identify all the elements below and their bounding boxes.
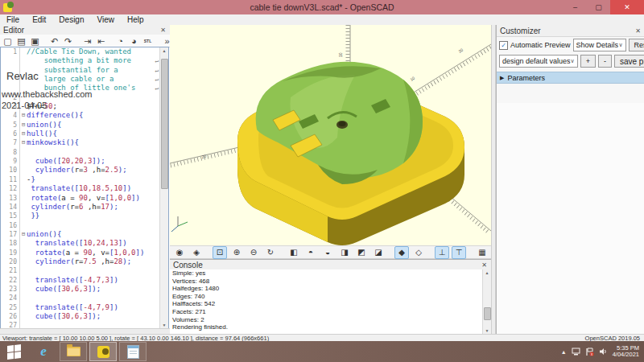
console-close-icon[interactable]: ✕ (481, 261, 491, 269)
view-back-button[interactable]: ◪ (371, 246, 386, 259)
code-line[interactable]: 23 cube([30,6,3]); (1, 285, 168, 294)
taskbar-internet-explorer-button[interactable]: e (30, 342, 57, 361)
automatic-preview-checkbox[interactable]: ✓ (499, 41, 508, 50)
code-line[interactable]: 16 (1, 221, 168, 230)
code-line[interactable]: 24 (1, 294, 168, 302)
maximize-button[interactable]: ▢ (587, 0, 610, 14)
reset-view-button[interactable]: ↻ (263, 246, 278, 259)
menu-view[interactable]: View (91, 14, 122, 25)
view-front-button[interactable]: ◩ (354, 246, 369, 259)
zoom-all-button[interactable]: ⊡ (213, 246, 227, 259)
zoom-in-button[interactable]: ⊕ (229, 246, 244, 259)
details-dropdown[interactable]: Show Details ∨ (573, 39, 626, 51)
scroll-up-icon[interactable]: ▲ (160, 47, 168, 55)
tray-expand-icon[interactable]: ▲ (561, 349, 567, 355)
action-center-flag-icon[interactable]: x (585, 348, 594, 356)
remove-preset-button[interactable]: - (598, 55, 612, 68)
code-line[interactable]: 13 rotate(a = 90, v=[1,0,0]) (1, 194, 168, 203)
parameters-section-header[interactable]: ▶ Parameters (497, 72, 644, 84)
code-text (27, 221, 168, 230)
undo-icon[interactable]: ↶ (48, 35, 60, 47)
code-line[interactable]: 25 translate([-4,7,9]) (1, 303, 168, 312)
menu-edit[interactable]: Edit (26, 14, 52, 25)
render-icon[interactable]: ◕ (128, 35, 140, 47)
show-edges-button[interactable]: ◇ (411, 246, 426, 259)
view-left-button[interactable]: ◨ (337, 246, 352, 259)
code-line[interactable]: 26 cube([30,6,3]); (1, 312, 168, 321)
taskbar-openscad-button[interactable] (89, 342, 117, 361)
code-line[interactable]: 1//Cable Tie Down, wanted (1, 47, 168, 56)
preset-dropdown[interactable]: design default values ∨ (499, 55, 578, 68)
3d-viewport[interactable]: 10 20 20 10 10 (170, 25, 491, 245)
code-line[interactable]: 12 translate([10,18.5,10]) (1, 184, 168, 193)
editor-close-icon[interactable]: ✕ (160, 27, 170, 34)
view-bottom-button[interactable]: ◒ (320, 246, 335, 259)
start-button[interactable] (0, 341, 27, 362)
menu-help[interactable]: Help (121, 14, 151, 25)
save-preset-button[interactable]: save preset (614, 55, 644, 68)
fold-column (20, 221, 27, 230)
zoom-out-button[interactable]: ⊖ (246, 246, 261, 259)
fold-marker-icon[interactable]: ⊟ (20, 138, 27, 147)
orthogonal-view-button[interactable]: ▦ (475, 246, 489, 259)
editor-resize-strip[interactable] (0, 328, 170, 334)
export-stl-icon[interactable]: STL (142, 35, 154, 47)
fold-marker-icon[interactable]: ⊟ (20, 130, 27, 138)
customizer-panel-header[interactable]: Customizer ✕ (497, 25, 644, 37)
view-top-button[interactable]: ◓ (303, 246, 318, 259)
view-preview-button[interactable]: ◉ (172, 246, 187, 259)
view-render-button[interactable]: ◈ (189, 246, 204, 259)
code-line[interactable]: 19 rotate(a = 90, v=[1,0,0]) (1, 249, 168, 257)
console-output[interactable]: Simple: yesVertices: 468Halfedges: 1480E… (170, 269, 491, 335)
minimize-button[interactable]: – (564, 0, 587, 14)
code-line[interactable]: 5⊟union(){ (1, 121, 168, 130)
show-scale-markers-button[interactable]: ⊤ (452, 246, 466, 259)
menu-design[interactable]: Design (52, 14, 90, 25)
editor-scrollbar-thumb[interactable] (161, 59, 168, 189)
add-preset-button[interactable]: + (580, 55, 596, 68)
show-surfaces-button[interactable]: ◆ (394, 246, 409, 259)
code-line[interactable]: something a bit more↵ (1, 56, 168, 65)
speaker-icon[interactable] (599, 348, 608, 356)
code-line[interactable]: 10 cylinder(r=3 ,h=2.5); (1, 166, 168, 175)
taskbar-clock[interactable]: 5:35 PM 4/04/2021 (613, 345, 639, 359)
console-scrollbar-thumb[interactable] (484, 307, 491, 320)
preview-icon[interactable]: ◔ (114, 35, 126, 47)
menu-file[interactable]: File (0, 14, 26, 25)
indent-icon[interactable]: ⇥ (81, 35, 93, 47)
fold-marker-icon[interactable]: ⊟ (20, 121, 27, 130)
console-scrollbar[interactable]: ▲ ▼ (482, 269, 491, 335)
editor-scrollbar[interactable]: ▲ ▼ (159, 47, 168, 329)
close-button[interactable]: ✕ (610, 0, 644, 14)
scroll-up-icon[interactable]: ▲ (483, 269, 491, 277)
fold-marker-icon[interactable]: ⊟ (20, 230, 27, 239)
show-axes-button[interactable]: ⊥ (435, 246, 449, 259)
reset-button[interactable]: Reset (629, 39, 644, 51)
open-file-icon[interactable]: ▤ (15, 35, 27, 47)
code-line[interactable]: 17⊟union(){ (1, 230, 168, 239)
new-file-icon[interactable]: ▢ (2, 35, 14, 47)
code-line[interactable]: 21 (1, 266, 168, 275)
fold-marker-icon[interactable]: ⊟ (20, 111, 27, 120)
customizer-close-icon[interactable]: ✕ (635, 27, 644, 35)
code-line[interactable]: 9 cube([20,20,3]); (1, 157, 168, 166)
code-line[interactable]: 6⊟hull(){ (1, 130, 168, 138)
code-line[interactable]: 11-} (1, 175, 168, 184)
code-text: cube([20,20,3]); (27, 157, 168, 166)
view-right-button[interactable]: ◧ (287, 246, 301, 259)
code-line[interactable]: 18 translate([10,24,13]) (1, 239, 168, 248)
title-bar[interactable]: cable tie downV3L.scad* - OpenSCAD – ▢ ✕ (0, 0, 644, 14)
network-icon[interactable] (572, 348, 580, 356)
code-line[interactable]: 4⊟difference(){ (1, 111, 168, 120)
code-line[interactable]: 7⊟minkowski(){ (1, 138, 168, 147)
taskbar-notepad-button[interactable] (119, 342, 147, 361)
save-file-icon[interactable]: ▣ (29, 35, 41, 47)
code-line[interactable]: 22 translate([-4,7,3]) (1, 276, 168, 285)
code-line[interactable]: 15 }} (1, 212, 168, 220)
code-line[interactable]: 14 cylinder(r=6 ,h=17); (1, 203, 168, 212)
taskbar-file-explorer-button[interactable] (60, 342, 87, 361)
unindent-icon[interactable]: ⇤ (95, 35, 107, 47)
redo-icon[interactable]: ↷ (62, 35, 74, 47)
code-line[interactable]: 20 cylinder(r=7.5 ,h=28); (1, 257, 168, 266)
code-line[interactable]: 8 (1, 148, 168, 157)
